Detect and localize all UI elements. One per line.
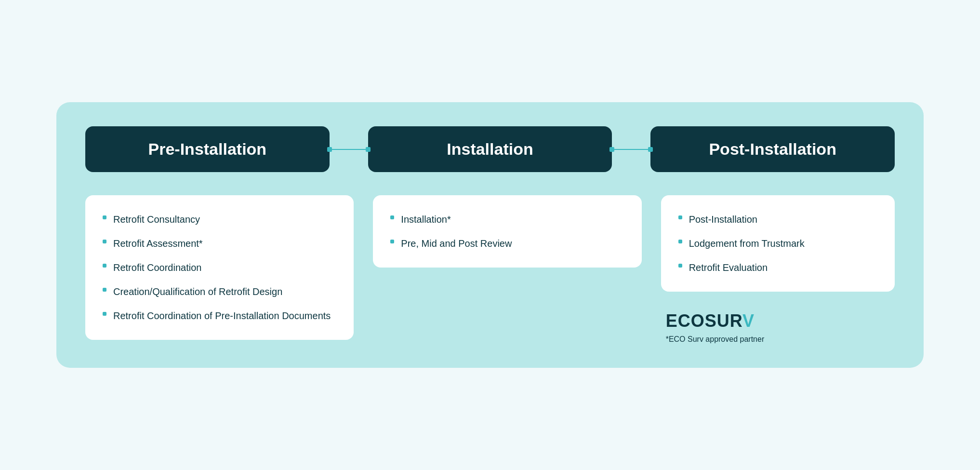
- list-item: Installation*: [390, 213, 624, 226]
- connector-dot-left-2: [609, 147, 614, 152]
- post-installation-card: Post-Installation Lodgement from Trustma…: [661, 195, 895, 292]
- connector-dot-right-2: [648, 147, 653, 152]
- main-container: Pre-Installation Installation Post-Insta…: [56, 102, 924, 368]
- ecosurv-logo: ECOSURV: [666, 311, 895, 331]
- bullet-icon: [678, 264, 682, 268]
- list-item: Retrofit Evaluation: [678, 261, 877, 274]
- bullet-icon: [678, 215, 682, 219]
- phase-pill-pre-installation: Pre-Installation: [85, 126, 330, 172]
- right-col: Post-Installation Lodgement from Trustma…: [661, 195, 895, 344]
- list-item-text: Retrofit Consultancy: [113, 213, 200, 226]
- list-item-text: Retrofit Coordination of Pre-Installatio…: [113, 309, 331, 322]
- connector-1: [330, 149, 368, 150]
- bullet-icon: [390, 215, 394, 219]
- phase-label-pre-installation: Pre-Installation: [148, 140, 267, 158]
- connector-2: [612, 149, 650, 150]
- bullet-icon: [103, 312, 106, 316]
- logo-text-accent: V: [742, 311, 755, 331]
- post-installation-list: Post-Installation Lodgement from Trustma…: [678, 213, 877, 274]
- bullet-icon: [103, 215, 106, 219]
- list-item: Retrofit Consultancy: [103, 213, 336, 226]
- connector-dot-right-1: [366, 147, 371, 152]
- ecosurv-note: *ECO Surv approved partner: [666, 335, 895, 344]
- connector-line-2: [612, 149, 650, 150]
- list-item: Creation/Qualification of Retrofit Desig…: [103, 285, 336, 298]
- list-item-text: Creation/Qualification of Retrofit Desig…: [113, 285, 282, 298]
- pre-installation-card: Retrofit Consultancy Retrofit Assessment…: [85, 195, 354, 340]
- list-item: Pre, Mid and Post Review: [390, 237, 624, 250]
- list-item: Retrofit Coordination: [103, 261, 336, 274]
- list-item-text: Retrofit Assessment*: [113, 237, 203, 250]
- bullet-icon: [103, 240, 106, 243]
- connector-line-1: [330, 149, 368, 150]
- content-row: Retrofit Consultancy Retrofit Assessment…: [85, 195, 895, 344]
- bullet-icon: [390, 240, 394, 243]
- list-item-text: Retrofit Coordination: [113, 261, 201, 274]
- list-item-text: Retrofit Evaluation: [689, 261, 768, 274]
- phase-pill-installation: Installation: [368, 126, 612, 172]
- list-item: Retrofit Assessment*: [103, 237, 336, 250]
- pre-installation-list: Retrofit Consultancy Retrofit Assessment…: [103, 213, 336, 322]
- connector-dot-left-1: [327, 147, 332, 152]
- list-item: Retrofit Coordination of Pre-Installatio…: [103, 309, 336, 322]
- phase-pill-post-installation: Post-Installation: [650, 126, 895, 172]
- bullet-icon: [103, 264, 106, 268]
- logo-text-main: ECOSUR: [666, 311, 742, 331]
- list-item-text: Lodgement from Trustmark: [689, 237, 805, 250]
- installation-card: Installation* Pre, Mid and Post Review: [373, 195, 641, 268]
- list-item-text: Installation*: [401, 213, 450, 226]
- list-item-text: Pre, Mid and Post Review: [401, 237, 512, 250]
- list-item: Post-Installation: [678, 213, 877, 226]
- bullet-icon: [678, 240, 682, 243]
- list-item-text: Post-Installation: [689, 213, 757, 226]
- phases-row: Pre-Installation Installation Post-Insta…: [85, 126, 895, 172]
- bullet-icon: [103, 288, 106, 292]
- list-item: Lodgement from Trustmark: [678, 237, 877, 250]
- logo-area: ECOSURV *ECO Surv approved partner: [661, 306, 895, 344]
- phase-label-post-installation: Post-Installation: [709, 140, 836, 158]
- phase-label-installation: Installation: [447, 140, 533, 158]
- installation-list: Installation* Pre, Mid and Post Review: [390, 213, 624, 250]
